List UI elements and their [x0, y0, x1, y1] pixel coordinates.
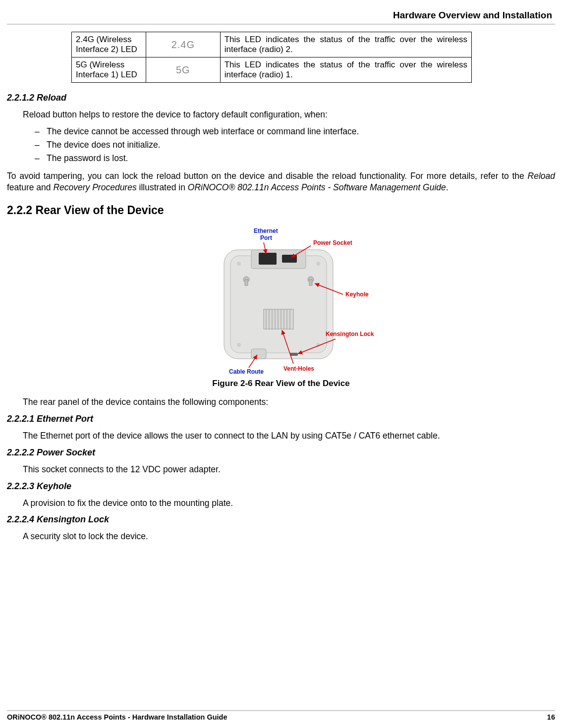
list-item: The password is lost. — [35, 153, 555, 164]
table-row: 5G (Wireless Interface 1) LED 5G This LE… — [72, 57, 472, 83]
subheading-keyhole: 2.2.2.3 Keyhole — [7, 481, 555, 492]
label-ethernet-port-2: Port — [260, 234, 272, 241]
ethernet-port-text: The Ethernet port of the device allows t… — [23, 430, 555, 442]
led-name-cell: 2.4G (Wireless Interface 2) LED — [72, 32, 146, 57]
svg-rect-13 — [264, 309, 293, 329]
svg-point-4 — [237, 343, 241, 347]
svg-rect-24 — [290, 353, 298, 356]
label-vent-holes: Vent-Holes — [283, 365, 314, 372]
keyhole-text: A provision to fix the device onto to th… — [23, 498, 555, 509]
subheading-power-socket: 2.2.2.2 Power Socket — [7, 448, 555, 458]
label-ethernet-port: Ethernet — [254, 227, 278, 234]
reload-intro: Reload button helps to restore the devic… — [23, 109, 555, 120]
led-name-cell: 5G (Wireless Interface 1) LED — [72, 57, 146, 83]
footer-rule — [7, 710, 555, 711]
device-rear-diagram: Ethernet Port Power Socket Keyhole Kensi… — [177, 225, 385, 374]
figure-rear-view: Ethernet Port Power Socket Keyhole Kensi… — [7, 225, 555, 376]
svg-rect-8 — [282, 255, 297, 263]
label-keyhole: Keyhole — [345, 291, 369, 298]
page-header-title: Hardware Overview and Installation — [7, 10, 555, 21]
section-heading-reload: 2.2.1.2 Reload — [7, 93, 555, 103]
led-table: 2.4G (Wireless Interface 2) LED 2.4G Thi… — [71, 32, 472, 83]
led-desc-cell: This LED indicates the status of the tra… — [220, 32, 471, 57]
led-label-cell: 5G — [146, 57, 220, 83]
subheading-ethernet-port: 2.2.2.1 Ethernet Port — [7, 414, 555, 424]
label-cable-route: Cable Route — [229, 368, 264, 374]
svg-rect-7 — [259, 253, 277, 265]
rear-intro: The rear panel of the device contains th… — [23, 396, 555, 408]
section-heading-rear-view: 2.2.2 Rear View of the Device — [7, 204, 555, 217]
figure-caption: Figure 2-6 Rear View of the Device — [7, 379, 555, 389]
label-kensington: Kensington Lock — [326, 331, 374, 337]
svg-rect-1 — [230, 256, 327, 353]
led-5g-icon: 5G — [176, 64, 190, 76]
led-desc-cell: This LED indicates the status of the tra… — [220, 57, 471, 83]
header-rule — [7, 24, 555, 25]
svg-point-2 — [237, 262, 241, 266]
footer-page-number: 16 — [547, 713, 555, 721]
footer-doc-title: ORiNOCO® 802.11n Access Points - Hardwar… — [7, 713, 227, 721]
reload-bullet-list: The device cannot be accessed through we… — [35, 126, 555, 164]
subheading-kensington-lock: 2.2.2.4 Kensington Lock — [7, 514, 555, 525]
page-footer: ORiNOCO® 802.11n Access Points - Hardwar… — [7, 710, 555, 721]
list-item: The device does not initialize. — [35, 140, 555, 150]
led-2-4g-icon: 2.4G — [171, 39, 195, 51]
kensington-text: A security slot to lock the device. — [23, 531, 555, 542]
label-power-socket: Power Socket — [313, 239, 352, 246]
reload-paragraph: To avoid tampering, you can lock the rel… — [7, 170, 555, 193]
svg-point-3 — [316, 262, 320, 266]
table-row: 2.4G (Wireless Interface 2) LED 2.4G Thi… — [72, 32, 472, 57]
svg-rect-10 — [245, 280, 248, 285]
power-socket-text: This socket connects to the 12 VDC power… — [23, 464, 555, 475]
list-item: The device cannot be accessed through we… — [35, 126, 555, 137]
svg-rect-23 — [251, 349, 266, 359]
led-label-cell: 2.4G — [146, 32, 220, 57]
svg-rect-12 — [309, 280, 312, 285]
